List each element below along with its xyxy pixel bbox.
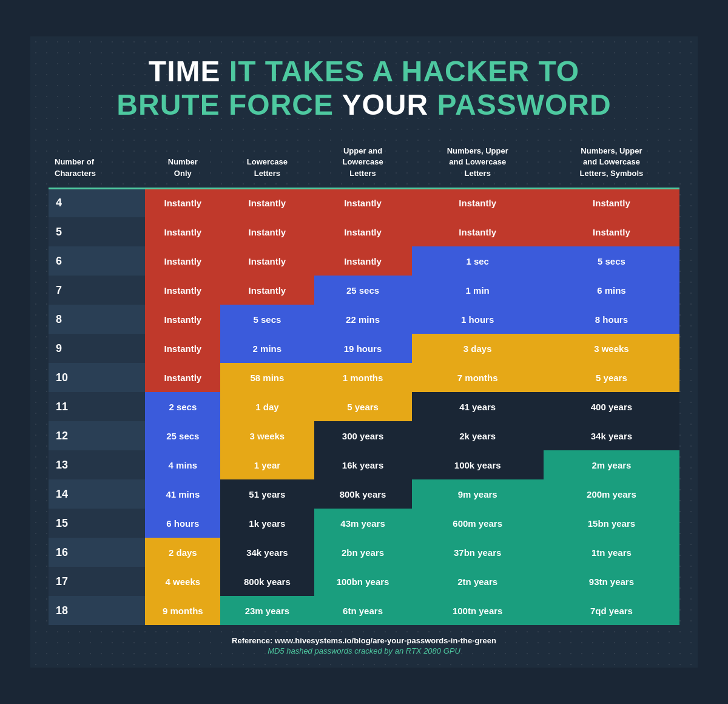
data-cell: 1 year — [220, 450, 314, 479]
data-cell: 2 secs — [145, 392, 220, 421]
data-cell: 43m years — [314, 509, 412, 538]
table-row: 8Instantly5 secs22 mins1 hours8 hours — [49, 305, 679, 334]
data-cell: Instantly — [412, 188, 544, 217]
footer: Reference: www.hivesystems.io/blog/are-y… — [49, 636, 679, 655]
data-cell: Instantly — [544, 217, 679, 246]
data-cell: 100bn years — [314, 567, 412, 596]
data-cell: 34k years — [220, 538, 314, 567]
data-cell: 4 weeks — [145, 567, 220, 596]
data-cell: 25 secs — [314, 276, 412, 305]
data-cell: Instantly — [145, 188, 220, 217]
data-cell: 2tn years — [412, 567, 544, 596]
chars-cell: 9 — [49, 334, 145, 363]
footer-note: MD5 hashed passwords cracked by an RTX 2… — [49, 646, 679, 655]
table-row: 1441 mins51 years800k years9m years200m … — [49, 479, 679, 509]
data-cell: Instantly — [145, 217, 220, 246]
data-cell: 37bn years — [412, 538, 544, 567]
password-table: Number ofCharacters NumberOnly Lowercase… — [49, 140, 679, 625]
data-cell: 41 years — [412, 392, 544, 421]
data-cell: 5 years — [544, 363, 679, 392]
data-cell: 1k years — [220, 509, 314, 538]
data-cell: 23m years — [220, 596, 314, 625]
data-cell: 9m years — [412, 479, 544, 509]
data-cell: 1 sec — [412, 246, 544, 276]
footer-reference: Reference: www.hivesystems.io/blog/are-y… — [49, 636, 679, 645]
data-cell: Instantly — [220, 217, 314, 246]
data-cell: 200m years — [544, 479, 679, 509]
data-cell: Instantly — [145, 363, 220, 392]
data-cell: 4 mins — [145, 450, 220, 479]
chars-cell: 13 — [49, 450, 145, 479]
data-cell: 51 years — [220, 479, 314, 509]
table-row: 189 months23m years6tn years100tn years7… — [49, 596, 679, 625]
data-cell: 58 mins — [220, 363, 314, 392]
chars-cell: 14 — [49, 479, 145, 509]
data-cell: 1 day — [220, 392, 314, 421]
title-line2-green2: PASSWORD — [437, 89, 612, 121]
data-cell: 400 years — [544, 392, 679, 421]
table-row: 4InstantlyInstantlyInstantlyInstantlyIns… — [49, 188, 679, 217]
chars-cell: 11 — [49, 392, 145, 421]
data-cell: 1 months — [314, 363, 412, 392]
data-cell: 3 weeks — [544, 334, 679, 363]
data-cell: 34k years — [544, 421, 679, 450]
title-line2-green1: BRUTE FORCE — [116, 89, 342, 121]
data-cell: Instantly — [412, 217, 544, 246]
data-cell: Instantly — [145, 334, 220, 363]
data-cell: Instantly — [145, 305, 220, 334]
title-line1-green: IT TAKES A HACKER TO — [229, 55, 579, 87]
title-word-time: TIME — [149, 55, 229, 87]
data-cell: 3 days — [412, 334, 544, 363]
data-cell: 19 hours — [314, 334, 412, 363]
data-cell: 25 secs — [145, 421, 220, 450]
table-row: 174 weeks800k years100bn years2tn years9… — [49, 567, 679, 596]
data-cell: 2bn years — [314, 538, 412, 567]
table-row: 1225 secs3 weeks300 years2k years34k yea… — [49, 421, 679, 450]
data-cell: 16k years — [314, 450, 412, 479]
data-cell: 3 weeks — [220, 421, 314, 450]
table-row: 112 secs1 day5 years41 years400 years — [49, 392, 679, 421]
data-cell: 600m years — [412, 509, 544, 538]
data-cell: 2 days — [145, 538, 220, 567]
chars-cell: 7 — [49, 276, 145, 305]
col-header-num-upper-lower: Numbers, Upperand LowercaseLetters — [412, 140, 544, 188]
table-row: 7InstantlyInstantly25 secs1 min6 mins — [49, 276, 679, 305]
data-cell: Instantly — [145, 276, 220, 305]
data-cell: 15bn years — [544, 509, 679, 538]
data-cell: Instantly — [314, 246, 412, 276]
chars-cell: 4 — [49, 188, 145, 217]
title-block: TIME IT TAKES A HACKER TO BRUTE FORCE YO… — [49, 55, 679, 121]
data-cell: 5 secs — [220, 305, 314, 334]
chars-cell: 17 — [49, 567, 145, 596]
col-header-chars: Number ofCharacters — [49, 140, 145, 188]
chars-cell: 8 — [49, 305, 145, 334]
data-cell: 300 years — [314, 421, 412, 450]
data-cell: 5 secs — [544, 246, 679, 276]
data-cell: 100k years — [412, 450, 544, 479]
data-cell: 6 hours — [145, 509, 220, 538]
data-cell: 1 hours — [412, 305, 544, 334]
data-cell: 8 hours — [544, 305, 679, 334]
data-cell: 7 months — [412, 363, 544, 392]
data-cell: 2k years — [412, 421, 544, 450]
data-cell: 800k years — [314, 479, 412, 509]
table-row: 134 mins1 year16k years100k years2m year… — [49, 450, 679, 479]
data-cell: 93tn years — [544, 567, 679, 596]
data-cell: 1tn years — [544, 538, 679, 567]
data-cell: Instantly — [220, 276, 314, 305]
chars-cell: 15 — [49, 509, 145, 538]
col-header-upper-lower: Upper andLowercaseLetters — [314, 140, 412, 188]
data-cell: 100tn years — [412, 596, 544, 625]
data-cell: 9 months — [145, 596, 220, 625]
data-cell: 1 min — [412, 276, 544, 305]
col-header-lower: LowercaseLetters — [220, 140, 314, 188]
table-row: 162 days34k years2bn years37bn years1tn … — [49, 538, 679, 567]
data-cell: 2 mins — [220, 334, 314, 363]
chars-cell: 12 — [49, 421, 145, 450]
data-cell: Instantly — [314, 188, 412, 217]
col-header-num-upper-lower-sym: Numbers, Upperand LowercaseLetters, Symb… — [544, 140, 679, 188]
data-cell: 7qd years — [544, 596, 679, 625]
chars-cell: 5 — [49, 217, 145, 246]
table-row: 6InstantlyInstantlyInstantly1 sec5 secs — [49, 246, 679, 276]
data-cell: Instantly — [145, 246, 220, 276]
